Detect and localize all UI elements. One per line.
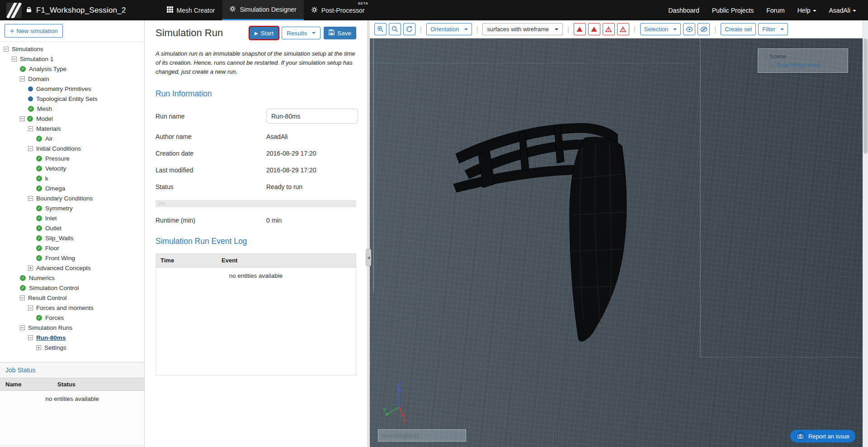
field-value: 2016-08-29 17:20 <box>266 166 316 174</box>
bounding-box-name-input[interactable] <box>378 429 466 442</box>
tree-item-forces-and-moments[interactable]: Forces and moments <box>0 303 144 313</box>
scrollbar-thumb[interactable] <box>863 38 868 154</box>
save-button[interactable]: Save <box>324 27 356 39</box>
simulation-sidebar: +New simulation SimulationsSimulation 1✓… <box>0 20 145 447</box>
zoom-in-button[interactable] <box>374 23 387 35</box>
collapse-icon[interactable] <box>28 335 33 340</box>
tree-item-pressure[interactable]: ✓Pressure <box>0 153 144 163</box>
nav-dashboard[interactable]: Dashboard <box>668 7 699 14</box>
tree-item-symmetry[interactable]: ✓Symmetry <box>0 203 144 213</box>
tree-item-initial-conditions[interactable]: Initial Conditions <box>0 143 144 153</box>
check-icon: ✓ <box>36 185 42 191</box>
tree-item-label: Mesh <box>37 105 52 112</box>
tree-item-simulation-1[interactable]: Simulation 1 <box>0 54 144 64</box>
column-status: Status <box>52 378 81 390</box>
filter-dropdown[interactable]: Filter <box>758 23 788 35</box>
tree-item-materials[interactable]: Materials <box>0 124 144 133</box>
collapse-icon[interactable] <box>28 146 33 151</box>
nav-forum[interactable]: Forum <box>766 7 784 14</box>
scene-mesh-item[interactable]: Rear Wing mesh <box>762 61 844 69</box>
render-mode-select[interactable]: surfaces with wireframe <box>482 23 563 35</box>
tree-item-velocity[interactable]: ✓Velocity <box>0 163 144 173</box>
tree-item-label: Air <box>45 135 53 142</box>
hide-selection-button[interactable] <box>698 23 710 35</box>
tree-item-analysis-type[interactable]: ✓Analysis Type <box>0 64 144 74</box>
collapse-icon[interactable] <box>12 57 17 62</box>
run-name-input[interactable] <box>266 109 358 124</box>
splitter-handle-icon[interactable]: ◀ <box>366 249 371 266</box>
column-name: Name <box>0 378 52 390</box>
start-button[interactable]: ▶Start <box>250 27 278 39</box>
tree-item-geometry-primitives[interactable]: Geometry Primitives <box>0 84 144 94</box>
page-scrollbar[interactable] <box>863 20 868 447</box>
check-icon: ✓ <box>36 205 42 211</box>
3d-viewport[interactable]: Scene Rear Wing mesh Z Y X Report an iss <box>370 38 863 447</box>
tree-item-simulations[interactable]: Simulations <box>0 44 144 54</box>
check-icon: ✓ <box>36 176 42 181</box>
tab-simulation-designer[interactable]: Simulation Designer <box>222 0 303 20</box>
show-selection-button[interactable] <box>683 23 695 35</box>
tab-mesh-creator[interactable]: Mesh Creator <box>160 0 222 20</box>
mesh-quality-warning-2-button[interactable] <box>588 23 600 35</box>
create-set-button[interactable]: Create set <box>721 23 756 35</box>
tree-item-floor[interactable]: ✓Floor <box>0 243 144 253</box>
nav-user-menu[interactable]: AsadAli <box>829 7 856 14</box>
tree-item-label: Model <box>36 115 53 122</box>
collapse-icon[interactable] <box>28 126 33 131</box>
tree-item-topological-entity-sets[interactable]: Topological Entity Sets <box>0 94 144 104</box>
mesh-quality-warning-3-button[interactable] <box>603 23 615 35</box>
expand-icon[interactable] <box>36 345 41 350</box>
report-issue-button[interactable]: Report an issue <box>790 430 855 442</box>
field-value: 2016-08-29 17:20 <box>266 150 316 157</box>
tree-item-inlet[interactable]: ✓Inlet <box>0 213 144 223</box>
collapse-icon[interactable] <box>20 325 25 330</box>
tree-item-slip-walls[interactable]: ✓Slip_Walls <box>0 233 144 243</box>
collapse-icon[interactable] <box>762 54 767 59</box>
collapse-icon[interactable] <box>20 76 25 81</box>
results-button[interactable]: Results <box>282 27 321 39</box>
tree-item-outlet[interactable]: ✓Outlet <box>0 223 144 233</box>
tree-item-simulation-runs[interactable]: Simulation Runs <box>0 323 144 333</box>
nav-public-projects[interactable]: Public Projects <box>712 7 754 14</box>
tree-item-omega[interactable]: ✓Omega <box>0 183 144 193</box>
tree-item-result-control[interactable]: Result Control <box>0 293 144 303</box>
tree-item-run-80ms[interactable]: Run-80ms <box>0 333 144 342</box>
collapse-icon[interactable] <box>4 47 9 52</box>
tree-item-numerics[interactable]: ✓Numerics <box>0 273 144 283</box>
mesh-quality-warning-1-button[interactable] <box>574 23 586 35</box>
tree-item-settings[interactable]: Settings <box>0 342 144 352</box>
tree-item-boundary-conditions[interactable]: Boundary Conditions <box>0 193 144 203</box>
tree-item-forces[interactable]: ✓Forces <box>0 313 144 323</box>
tree-item-simulation-control[interactable]: ✓Simulation Control <box>0 283 144 293</box>
expand-icon[interactable] <box>769 62 774 67</box>
scene-root-item[interactable]: Scene <box>762 52 844 61</box>
mesh-quality-warning-4-button[interactable] <box>617 23 629 35</box>
tree-item-model[interactable]: ✓Model <box>0 114 144 124</box>
job-status-panel: Job Status Name Status no entities avail… <box>0 362 144 447</box>
new-simulation-button[interactable]: +New simulation <box>5 24 63 38</box>
orientation-dropdown[interactable]: Orientation <box>426 23 472 35</box>
panel-splitter[interactable]: ◀ <box>367 20 370 447</box>
collapse-icon[interactable] <box>28 305 33 310</box>
tree-item-air[interactable]: ✓Air <box>0 133 144 143</box>
zoom-fit-button[interactable] <box>389 23 401 35</box>
nav-help-menu[interactable]: Help <box>797 7 816 14</box>
tree-item-front-wing[interactable]: ✓Front Wing <box>0 253 144 263</box>
tree-item-label: Settings <box>44 344 66 351</box>
selection-dropdown[interactable]: Selection <box>640 23 681 35</box>
tree-item-mesh[interactable]: ✓Mesh <box>0 104 144 114</box>
tree-item-domain[interactable]: Domain <box>0 74 144 84</box>
tree-item-advanced-concepts[interactable]: Advanced Concepts <box>0 263 144 273</box>
tree-item-label: Simulation Runs <box>28 324 72 331</box>
app-logo[interactable] <box>6 3 22 18</box>
tab-post-processor[interactable]: Post-Processor BETA <box>304 0 372 20</box>
tree-item-k[interactable]: ✓k <box>0 173 144 183</box>
collapse-icon[interactable] <box>28 196 33 201</box>
refresh-view-button[interactable] <box>403 23 415 35</box>
expand-icon[interactable] <box>28 266 33 271</box>
check-icon: ✓ <box>20 66 26 72</box>
collapse-icon[interactable] <box>20 295 25 300</box>
tree-item-label: Velocity <box>45 165 66 172</box>
collapse-icon[interactable] <box>20 116 25 121</box>
rear-wing-mesh[interactable] <box>451 111 632 346</box>
